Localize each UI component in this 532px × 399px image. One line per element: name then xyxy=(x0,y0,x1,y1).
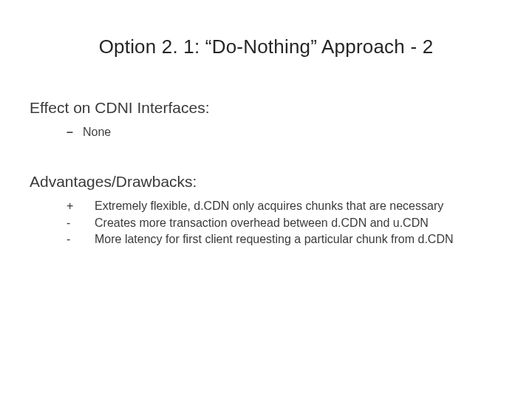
advantages-list: + Extremely flexible, d.CDN only acquire… xyxy=(30,198,502,248)
effect-heading: Effect on CDNI Interfaces: xyxy=(30,99,502,117)
section-advantages: Advantages/Drawbacks: + Extremely flexib… xyxy=(30,173,502,248)
slide: Option 2. 1: “Do-Nothing” Approach - 2 E… xyxy=(0,0,532,399)
list-item: + Extremely flexible, d.CDN only acquire… xyxy=(66,198,502,214)
effect-list: – None xyxy=(30,124,502,140)
list-item: – None xyxy=(66,124,502,140)
minus-icon: - xyxy=(66,231,95,248)
slide-title: Option 2. 1: “Do-Nothing” Approach - 2 xyxy=(0,35,532,58)
drawback-text: Creates more transaction overhead betwee… xyxy=(95,215,429,231)
advantages-heading: Advantages/Drawbacks: xyxy=(30,173,502,191)
minus-icon: - xyxy=(66,215,95,231)
effect-item-text: None xyxy=(83,124,111,140)
list-item: - More latency for first client requesti… xyxy=(66,231,502,248)
bullet-dash-icon: – xyxy=(66,124,75,140)
list-item: - Creates more transaction overhead betw… xyxy=(66,215,502,231)
plus-icon: + xyxy=(66,198,95,214)
section-effect: Effect on CDNI Interfaces: – None xyxy=(30,99,502,140)
drawback-text: More latency for first client requesting… xyxy=(95,231,454,248)
advantage-text: Extremely flexible, d.CDN only acquires … xyxy=(95,198,443,214)
